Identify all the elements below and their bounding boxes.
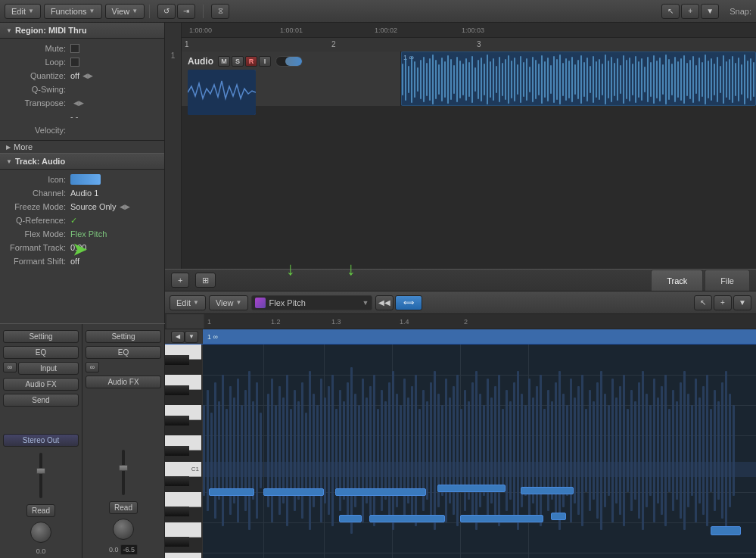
channel-row: Channel: Audio 1: [0, 186, 164, 200]
lower-back-btn[interactable]: ◀◀: [375, 295, 394, 310]
svg-rect-25: [474, 67, 476, 92]
solo-track-btn[interactable]: S: [232, 56, 244, 67]
pitch-note-2[interactable]: [263, 488, 324, 496]
pitch-note-7[interactable]: [369, 515, 445, 522]
mute-track-btn[interactable]: M: [218, 56, 230, 67]
audiofx-btn-2[interactable]: Audio FX: [86, 376, 161, 388]
section-tabs: Track File: [651, 270, 750, 291]
svg-rect-82: [647, 57, 649, 102]
pitch-grid[interactable]: [203, 344, 756, 558]
svg-rect-8: [423, 57, 425, 102]
svg-rect-249: [445, 379, 447, 522]
transpose-arrows[interactable]: ◀▶: [73, 99, 84, 107]
edit-button[interactable]: Edit ▼: [5, 4, 41, 19]
pitch-note-10[interactable]: [711, 526, 741, 535]
ch-row-2: ∞: [86, 362, 161, 373]
lower-mini-controls: ◀ ▼: [166, 329, 203, 344]
lower-tool-caret[interactable]: ▼: [733, 295, 751, 310]
svg-rect-58: [574, 64, 576, 95]
mute-checkbox[interactable]: [70, 44, 79, 53]
pitch-note-6[interactable]: [339, 515, 362, 522]
add-tool[interactable]: +: [681, 4, 699, 19]
svg-rect-298: [630, 390, 633, 511]
freeze-mode-arrow[interactable]: ◀▶: [120, 203, 130, 210]
svg-rect-198: [248, 371, 250, 530]
svg-rect-299: [634, 401, 636, 500]
lower-view-btn[interactable]: View ▼: [209, 295, 249, 310]
svg-rect-191: [222, 375, 224, 526]
lower-add-btn[interactable]: +: [171, 273, 189, 288]
read-btn-2[interactable]: Read: [109, 501, 138, 514]
lower-settings-btn[interactable]: ⊞: [195, 273, 216, 288]
tool-caret[interactable]: ▼: [701, 4, 719, 19]
filter-btn[interactable]: ⧖: [211, 4, 229, 19]
fader-knob-1[interactable]: [36, 468, 45, 474]
svg-rect-101: [705, 55, 706, 104]
svg-rect-292: [608, 405, 610, 496]
lower-tools: ↖ + ▼: [694, 295, 751, 310]
flex-pitch-selector[interactable]: Flex Pitch ▼: [251, 295, 372, 310]
file-tab[interactable]: File: [705, 270, 750, 291]
audiofx-btn-1[interactable]: Audio FX: [3, 378, 79, 391]
pitch-note-1[interactable]: [209, 488, 254, 496]
dash-row: - -: [0, 110, 164, 123]
svg-rect-76: [629, 58, 630, 101]
bar-1: 1: [185, 40, 189, 48]
setting-btn-2[interactable]: Setting: [86, 330, 161, 343]
functions-button[interactable]: Functions ▼: [44, 4, 102, 19]
link-btn-2[interactable]: ∞: [86, 362, 99, 373]
pointer-tool[interactable]: ↖: [661, 4, 680, 19]
velocity-row: Velocity:: [0, 123, 164, 137]
midi-in-btn[interactable]: ⇥: [177, 4, 195, 19]
pitch-note-4[interactable]: [437, 485, 506, 492]
lower-edit-btn[interactable]: Edit ▼: [170, 295, 206, 310]
pitch-note-3[interactable]: [335, 488, 426, 496]
svg-rect-90: [671, 64, 673, 95]
arrange-waveform[interactable]: 1 ∞: [401, 51, 756, 106]
flex-toggle[interactable]: [275, 56, 303, 67]
pitch-note-9[interactable]: [551, 513, 566, 520]
lower-toolbar: Edit ▼ View ▼ Flex Pitch ▼ ◀◀ ⟺ ↖ + ▼: [165, 291, 756, 314]
eq-btn-2[interactable]: EQ: [86, 346, 161, 359]
lower-pointer-tool[interactable]: ↖: [694, 295, 712, 310]
svg-rect-208: [290, 409, 292, 492]
track-number: 1: [171, 51, 176, 60]
svg-rect-22: [465, 58, 467, 101]
pan-knob-2[interactable]: [113, 519, 134, 540]
track-icon-preview[interactable]: [70, 174, 101, 185]
quantize-arrow[interactable]: ◀▶: [82, 72, 93, 79]
read-btn-1[interactable]: Read: [26, 504, 55, 517]
svg-rect-196: [241, 405, 243, 496]
more-collapse-icon[interactable]: ▶: [6, 144, 11, 151]
svg-rect-87: [662, 64, 664, 95]
pan-knob-1[interactable]: [30, 522, 51, 543]
svg-rect-224: [350, 367, 353, 534]
eq-btn-1[interactable]: EQ: [3, 346, 79, 359]
track-tab[interactable]: Track: [651, 270, 703, 291]
svg-rect-324: [729, 394, 731, 507]
lower-flex-btn[interactable]: ⟺: [395, 295, 422, 310]
lower-mini-btn-1[interactable]: ◀: [171, 331, 185, 343]
lower-mini-btn-2[interactable]: ▼: [185, 331, 198, 343]
pitch-note-5[interactable]: [521, 487, 574, 494]
rec-track-btn[interactable]: R: [245, 56, 257, 67]
setting-btn-1[interactable]: Setting: [3, 330, 79, 343]
svg-rect-274: [540, 375, 542, 526]
link-btn-1[interactable]: ∞: [3, 362, 17, 373]
track-collapse-icon[interactable]: ▼: [6, 158, 12, 165]
cycle-btn[interactable]: ↺: [157, 4, 176, 19]
pitch-note-8[interactable]: [460, 515, 543, 522]
send-btn-1[interactable]: Send: [3, 394, 79, 407]
view-button[interactable]: View ▼: [105, 4, 145, 19]
lower-add-tool[interactable]: +: [714, 295, 732, 310]
input-btn-1[interactable]: Input: [18, 362, 79, 375]
svg-rect-189: [214, 382, 216, 519]
svg-rect-77: [632, 64, 633, 95]
instrument-btn[interactable]: I: [259, 56, 271, 67]
svg-rect-105: [717, 57, 718, 102]
region-collapse-icon[interactable]: ▼: [6, 27, 12, 34]
stereo-out-btn[interactable]: Stereo Out: [3, 434, 79, 447]
svg-rect-312: [683, 371, 686, 530]
fader-knob-2[interactable]: [119, 465, 128, 471]
loop-checkbox[interactable]: [70, 58, 79, 67]
